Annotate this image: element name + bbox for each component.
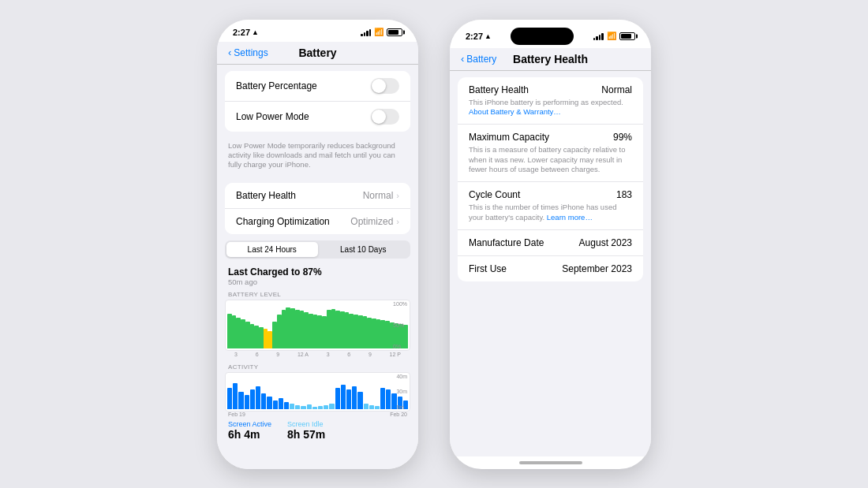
time-12am: 12 A xyxy=(297,352,309,357)
left-time: 2:27 xyxy=(233,28,250,37)
screen-active-value: 6h 4m xyxy=(228,428,271,441)
pct-0: 0% xyxy=(393,344,407,349)
battery-percentage-row: Battery Percentage xyxy=(225,71,410,102)
charging-opt-label: Charging Optimization xyxy=(236,216,330,227)
screen-idle-label: Screen Idle xyxy=(287,420,325,428)
right-battery-icon xyxy=(619,32,635,40)
low-power-label: Low Power Mode xyxy=(236,111,309,122)
battery-health-label: Battery Health xyxy=(236,190,296,201)
activity-pct-labels: 40m 30m 0m xyxy=(396,373,407,411)
health-link-2[interactable]: Learn more… xyxy=(547,213,593,222)
health-row-0-value: Normal xyxy=(601,84,632,95)
right-center-area xyxy=(511,28,574,45)
time-segment-control[interactable]: Last 24 Hours Last 10 Days xyxy=(225,240,410,259)
screen-stats: Screen Active 6h 4m Screen Idle 8h 57m xyxy=(217,417,418,442)
segment-10d[interactable]: Last 10 Days xyxy=(318,242,410,257)
time-9am: 9 xyxy=(276,352,279,357)
back-chevron-icon: ‹ xyxy=(228,47,231,58)
charging-opt-value: Optimized xyxy=(350,216,393,227)
right-back-label[interactable]: Battery xyxy=(466,54,496,65)
low-power-toggle[interactable] xyxy=(371,109,399,125)
home-indicator xyxy=(450,456,651,469)
charge-title: Last Charged to 87% xyxy=(228,266,407,278)
activity-chart-container: ACTIVITY xyxy=(217,360,418,417)
date-feb19: Feb 19 xyxy=(228,412,245,417)
battery-health-value-row: Normal › xyxy=(363,190,399,201)
battery-health-value: Normal xyxy=(363,190,394,201)
screen-active-label: Screen Active xyxy=(228,420,271,428)
time-6am: 6 xyxy=(256,352,259,357)
back-label[interactable]: Settings xyxy=(234,47,268,58)
activity-date-labels: Feb 19 Feb 20 xyxy=(225,412,410,417)
time-3pm: 3 xyxy=(327,352,330,357)
left-page-title: Battery xyxy=(275,47,360,59)
health-row-0-desc: This iPhone battery is performing as exp… xyxy=(469,98,632,117)
time-9pm: 9 xyxy=(369,352,372,357)
right-location-icon: ▲ xyxy=(485,32,492,40)
health-row-1-desc: This is a measure of battery capacity re… xyxy=(469,145,632,174)
charge-sub: 50m ago xyxy=(228,278,407,286)
time-3am: 3 xyxy=(234,352,238,357)
left-nav-bar: ‹ Settings Battery xyxy=(217,42,418,65)
right-status-icons: 📶 xyxy=(593,32,635,40)
right-back-chevron-icon: ‹ xyxy=(461,53,464,65)
first-use-title: First Use xyxy=(469,263,507,274)
health-row-1-value: 99% xyxy=(613,132,632,143)
charging-optimization-row[interactable]: Charging Optimization Optimized › xyxy=(225,209,410,234)
activity-chart-label: ACTIVITY xyxy=(225,363,410,371)
time-6pm: 6 xyxy=(347,352,350,357)
health-row-2-desc: This is the number of times iPhone has u… xyxy=(469,203,632,222)
screen-idle-value: 8h 57m xyxy=(287,428,325,441)
battery-health-section: Battery Health Normal This iPhone batter… xyxy=(458,77,643,281)
health-row-1-title: Maximum Capacity xyxy=(469,132,549,143)
first-use-value: September 2023 xyxy=(562,263,632,274)
location-icon: ▲ xyxy=(252,28,259,36)
health-row-cycle-count: Cycle Count 183 This is the number of ti… xyxy=(458,182,643,230)
battery-chart-label: BATTERY LEVEL xyxy=(225,291,410,298)
battery-chart-container: BATTERY LEVEL xyxy=(217,288,418,357)
health-section: Battery Health Normal › Charging Optimiz… xyxy=(225,183,410,234)
health-row-0: Battery Health Normal This iPhone batter… xyxy=(458,77,643,125)
right-status-bar: 2:27 ▲ 📶 xyxy=(450,20,651,48)
low-power-row: Low Power Mode xyxy=(225,102,410,132)
right-content: Battery Health Normal This iPhone batter… xyxy=(450,71,651,456)
date-feb20: Feb 20 xyxy=(390,412,407,417)
left-status-icons: 📶 xyxy=(361,28,402,36)
health-row-2-header: Cycle Count 183 xyxy=(469,189,632,200)
back-button[interactable]: ‹ Settings xyxy=(228,47,275,58)
health-row-1-header: Maximum Capacity 99% xyxy=(469,132,632,143)
health-row-3-header: Manufacture Date August 2023 xyxy=(469,237,632,248)
battery-time-labels: 3 6 9 12 A 3 6 9 12 P xyxy=(225,351,410,357)
battery-health-row[interactable]: Battery Health Normal › xyxy=(225,183,410,209)
health-row-4: First Use September 2023 xyxy=(458,256,643,281)
wifi-icon: 📶 xyxy=(374,28,383,36)
act-40m: 40m xyxy=(396,374,407,379)
right-time-location: 2:27 ▲ xyxy=(466,32,492,41)
right-back-button[interactable]: ‹ Battery xyxy=(461,53,508,65)
right-phone: 2:27 ▲ 📶 ‹ Battery Battery Health xyxy=(450,20,651,469)
left-content: Battery Percentage Low Power Mode Low Po… xyxy=(217,65,418,469)
right-signal-icon xyxy=(593,32,604,40)
manufacture-date-title: Manufacture Date xyxy=(469,237,544,248)
battery-percentage-label: Battery Percentage xyxy=(236,80,317,91)
battery-level-chart: 100% 50% 0% xyxy=(225,300,410,351)
battery-pct-labels: 100% 50% 0% xyxy=(393,300,407,350)
signal-icon xyxy=(361,28,371,36)
health-link-0[interactable]: About Battery & Warranty… xyxy=(469,107,561,116)
left-time-location: 2:27 ▲ xyxy=(233,28,259,37)
health-row-0-header: Battery Health Normal xyxy=(469,84,632,95)
act-0m: 0m xyxy=(396,404,407,410)
battery-health-chevron-icon: › xyxy=(396,191,399,200)
right-page-title: Battery Health xyxy=(508,53,593,65)
health-row-3: Manufacture Date August 2023 xyxy=(458,230,643,256)
left-phone: 2:27 ▲ 📶 ‹ Settings Battery xyxy=(217,20,418,469)
screen-active-stat: Screen Active 6h 4m xyxy=(228,420,271,441)
cycle-count-title: Cycle Count xyxy=(469,189,520,200)
right-wifi-icon: 📶 xyxy=(607,32,616,40)
home-bar xyxy=(519,461,582,464)
health-row-1: Maximum Capacity 99% This is a measure o… xyxy=(458,125,643,182)
segment-24h[interactable]: Last 24 Hours xyxy=(226,242,318,257)
battery-percentage-toggle[interactable] xyxy=(371,78,399,94)
pct-50: 50% xyxy=(393,322,407,328)
manufacture-date-value: August 2023 xyxy=(579,237,632,248)
